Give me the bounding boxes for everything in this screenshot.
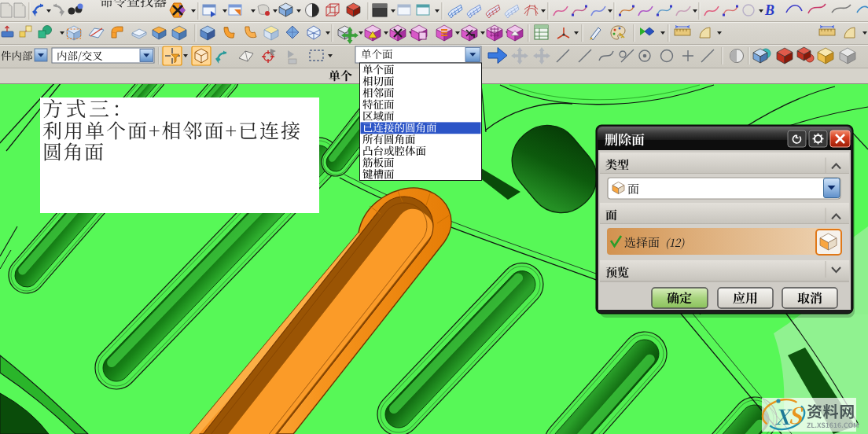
svg-text:B: B: [764, 2, 774, 18]
